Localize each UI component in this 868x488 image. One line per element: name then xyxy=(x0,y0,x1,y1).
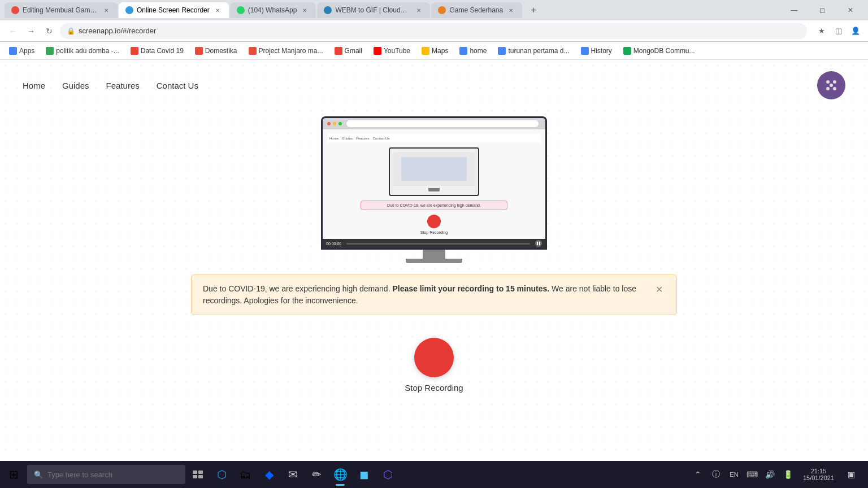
alert-banner: Due to COVID-19, we are experiencing hig… xyxy=(191,274,677,315)
bookmark-data-covid-19[interactable]: Data Covid 19 xyxy=(126,46,188,56)
screen-browser-bar xyxy=(323,118,545,129)
nav-guides[interactable]: Guides xyxy=(62,81,89,90)
stop-recording-button[interactable] xyxy=(414,338,454,377)
tab-close-icon[interactable]: ✕ xyxy=(300,6,309,15)
tab-favicon xyxy=(324,6,332,14)
bookmark-label: MongoDB Commu... xyxy=(633,47,695,55)
bookmark-apps[interactable]: Apps xyxy=(5,46,39,56)
bookmark-home[interactable]: home xyxy=(455,46,491,56)
screen-nav-item: Contact Us xyxy=(373,137,390,140)
monitor-screen: Home Guides Features Contact Us xyxy=(321,116,547,250)
restore-button[interactable]: ◻ xyxy=(809,1,835,19)
nav-home[interactable]: Home xyxy=(23,81,45,90)
bookmark-maps[interactable]: Maps xyxy=(417,46,453,56)
bookmark-favicon xyxy=(9,47,17,55)
bookmark-history[interactable]: History xyxy=(576,46,617,56)
alert-text-bold: Please limit your recording to 15 minute… xyxy=(392,284,549,293)
tab-favicon xyxy=(438,6,446,14)
browser-tab-tab2[interactable]: Online Screen Recorder ✕ xyxy=(119,2,229,18)
tab-list: Editing Membuat Game Sederha... ✕ Online… xyxy=(5,2,541,18)
tab-favicon xyxy=(11,6,19,14)
url-bar[interactable]: 🔒 screenapp.io/#/recorder xyxy=(60,23,807,39)
svg-point-2 xyxy=(833,80,836,84)
stop-recording-label: Stop Recording xyxy=(405,383,463,393)
nav-contact[interactable]: Contact Us xyxy=(157,81,198,90)
tab-favicon xyxy=(237,6,245,14)
alert-text: Due to COVID-19, we are experiencing hig… xyxy=(203,283,648,307)
new-tab-button[interactable]: + xyxy=(526,2,541,18)
site-logo xyxy=(817,71,845,99)
monitor-preview: Home Guides Features Contact Us xyxy=(321,116,547,263)
screen-nav-item: Guides xyxy=(342,137,353,140)
close-button[interactable]: ✕ xyxy=(837,1,863,19)
reload-button[interactable]: ↻ xyxy=(42,24,57,38)
minimize-button[interactable]: — xyxy=(781,1,807,19)
browser-titlebar: Editing Membuat Game Sederha... ✕ Online… xyxy=(0,0,868,20)
nav-links: Home Guides Features Contact Us xyxy=(23,81,198,90)
bookmark-favicon xyxy=(374,47,381,55)
bookmark-politik-adu-domba--...[interactable]: politik adu domba -... xyxy=(41,46,123,56)
screen-stop-btn-small xyxy=(427,215,441,228)
bookmark-label: turunan pertama d... xyxy=(508,47,569,55)
site-navigation: Home Guides Features Contact Us xyxy=(0,60,868,111)
tab-close-icon[interactable]: ✕ xyxy=(506,6,515,15)
browser-tab-tab3[interactable]: (104) WhatsApp ✕ xyxy=(230,2,316,18)
tab-close-icon[interactable]: ✕ xyxy=(102,6,111,15)
bookmark-star-icon[interactable]: ★ xyxy=(815,24,828,38)
screen-bottom-bar: 00:00:00 xyxy=(323,239,545,248)
screen-pause-button[interactable] xyxy=(535,240,542,247)
bookmark-label: Gmail xyxy=(345,47,362,55)
url-text: screenapp.io/#/recorder xyxy=(79,27,156,35)
screen-timer: 00:00:00 xyxy=(326,242,341,246)
inner-screen-content xyxy=(401,157,466,181)
screen-notification-bar: Due to COVID-19, we are experiencing hig… xyxy=(361,201,507,210)
bookmark-favicon xyxy=(459,47,467,55)
svg-rect-7 xyxy=(539,242,540,245)
bookmark-gmail[interactable]: Gmail xyxy=(330,46,367,56)
monitor-neck xyxy=(423,250,445,259)
alert-text-normal: Due to COVID-19, we are experiencing hig… xyxy=(203,284,392,293)
browser-tab-tab1[interactable]: Editing Membuat Game Sederha... ✕ xyxy=(5,2,118,18)
tab-favicon xyxy=(125,6,133,14)
bookmark-label: home xyxy=(470,47,487,55)
bookmark-label: Data Covid 19 xyxy=(141,47,184,55)
extensions-icon[interactable]: ◫ xyxy=(832,24,845,38)
forward-button[interactable]: → xyxy=(24,24,38,38)
tab-title: WEBM to GIF | CloudConvert xyxy=(335,6,411,14)
bookmark-favicon xyxy=(249,47,257,55)
screen-body: Home Guides Features Contact Us xyxy=(323,129,545,239)
svg-rect-6 xyxy=(537,242,538,245)
svg-point-1 xyxy=(826,80,830,84)
browser-tab-tab4[interactable]: WEBM to GIF | CloudConvert ✕ xyxy=(317,2,430,18)
screen-stop-label-small: Stop Recording xyxy=(420,230,448,234)
bookmark-favicon xyxy=(581,47,589,55)
bookmark-favicon xyxy=(46,47,54,55)
stop-recording-area: Stop Recording xyxy=(405,338,463,393)
inner-screen xyxy=(393,152,475,186)
profile-icon[interactable]: 👤 xyxy=(849,24,862,38)
bookmark-label: politik adu domba -... xyxy=(56,47,119,55)
tab-close-icon[interactable]: ✕ xyxy=(213,6,222,15)
bookmark-project-manjaro-ma...[interactable]: Project Manjaro ma... xyxy=(244,46,328,56)
bookmark-favicon xyxy=(623,47,631,55)
tab-close-icon[interactable]: ✕ xyxy=(414,6,423,15)
bookmark-label: Apps xyxy=(19,47,34,55)
bookmark-youtube[interactable]: YouTube xyxy=(369,46,415,56)
screen-address-bar xyxy=(346,120,539,127)
bookmark-turunan-pertama-d...[interactable]: turunan pertama d... xyxy=(493,46,574,56)
bookmark-label: Domestika xyxy=(205,47,237,55)
bookmark-label: Project Manjaro ma... xyxy=(259,47,323,55)
browser-tab-tab5[interactable]: Game Sederhana ✕ xyxy=(431,2,522,18)
nav-features[interactable]: Features xyxy=(106,81,140,90)
svg-point-4 xyxy=(833,87,836,90)
bookmark-favicon xyxy=(335,47,342,55)
bookmark-mongodb-commu...[interactable]: MongoDB Commu... xyxy=(619,46,700,56)
svg-point-3 xyxy=(826,87,830,90)
bookmark-label: Maps xyxy=(432,47,448,55)
bookmark-domestika[interactable]: Domestika xyxy=(190,46,242,56)
address-bar-container: ← → ↻ 🔒 screenapp.io/#/recorder ★ ◫ 👤 xyxy=(0,20,868,42)
back-button[interactable]: ← xyxy=(6,24,20,38)
inner-monitor xyxy=(389,147,479,196)
alert-close-button[interactable]: ✕ xyxy=(653,283,665,297)
tab-title: Editing Membuat Game Sederha... xyxy=(23,6,98,14)
